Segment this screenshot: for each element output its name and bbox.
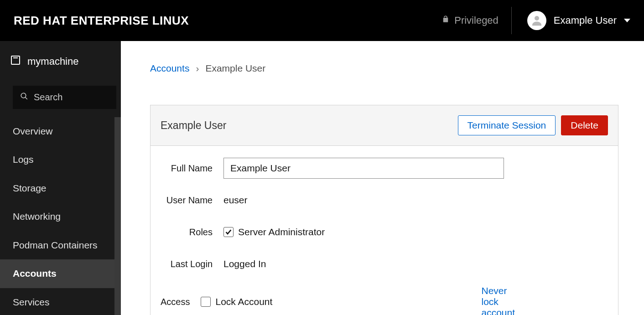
privileged-indicator[interactable]: Privileged [441,14,499,27]
username-label: Example User [554,15,617,26]
breadcrumb-current: Example User [205,63,265,74]
account-card: Example User Terminate Session Delete Fu… [150,105,618,315]
row-roles: Roles Server Administrator [161,222,608,243]
user-menu[interactable]: Example User [525,11,630,30]
sidebar: mymachine Search Overview Logs Storage N… [0,41,121,315]
sidebar-item-logs[interactable]: Logs [0,145,121,174]
nav: Overview Logs Storage Networking Podman … [0,117,121,315]
sidebar-item-podman-containers[interactable]: Podman Containers [0,231,121,259]
row-full-name: Full Name [161,158,608,179]
roles-checkbox-label: Server Administrator [238,227,325,238]
row-last-login: Last Login Logged In [161,253,608,274]
topbar-right: Privileged Example User [441,7,630,34]
sidebar-item-accounts[interactable]: Accounts [0,259,121,288]
privileged-label: Privileged [454,15,499,26]
sidebar-item-networking[interactable]: Networking [0,202,121,231]
user-name-value: euser [223,195,248,205]
card-title: Example User [161,119,226,132]
main-content: Accounts › Example User Example User Ter… [121,41,644,315]
label-access: Access [161,297,201,307]
card-body: Full Name User Name euser Roles [151,146,618,315]
host-name: mymachine [27,56,78,67]
last-login-value: Logged In [223,258,266,269]
label-roles: Roles [161,227,223,238]
unlock-icon [441,14,450,27]
host-selector[interactable]: mymachine [0,46,121,77]
sidebar-item-services[interactable]: Services [0,288,121,315]
lock-account-label: Lock Account [215,296,272,307]
caret-down-icon [624,19,630,22]
chevron-right-icon: › [196,63,199,74]
brand-title: RED HAT ENTERPRISE LINUX [14,14,189,28]
row-user-name: User Name euser [161,190,608,211]
delete-button[interactable]: Delete [561,115,608,135]
terminate-session-button[interactable]: Terminate Session [458,115,556,135]
label-user-name: User Name [161,195,223,206]
server-icon [10,55,21,68]
avatar [527,11,546,30]
sidebar-item-storage[interactable]: Storage [0,174,121,202]
row-access: Access Lock Account Never lock account [161,285,608,315]
roles-checkbox[interactable] [223,227,234,237]
svg-point-0 [535,16,539,21]
nav-scrollbar[interactable] [114,117,121,315]
label-last-login: Last Login [161,259,223,269]
label-full-name: Full Name [161,163,223,174]
search-placeholder: Search [34,92,62,103]
breadcrumb-root[interactable]: Accounts [150,63,189,74]
topbar-separator [511,7,512,34]
search-input[interactable]: Search [13,86,116,109]
search-icon [20,92,28,103]
card-header: Example User Terminate Session Delete [151,105,618,146]
breadcrumb: Accounts › Example User [150,63,618,74]
full-name-input[interactable] [223,158,504,179]
sidebar-item-overview[interactable]: Overview [0,117,121,145]
topbar: RED HAT ENTERPRISE LINUX Privileged Exam… [0,0,644,41]
never-lock-link[interactable]: Never lock account [481,285,515,315]
svg-rect-1 [11,56,20,64]
lock-account-checkbox[interactable] [201,297,211,307]
